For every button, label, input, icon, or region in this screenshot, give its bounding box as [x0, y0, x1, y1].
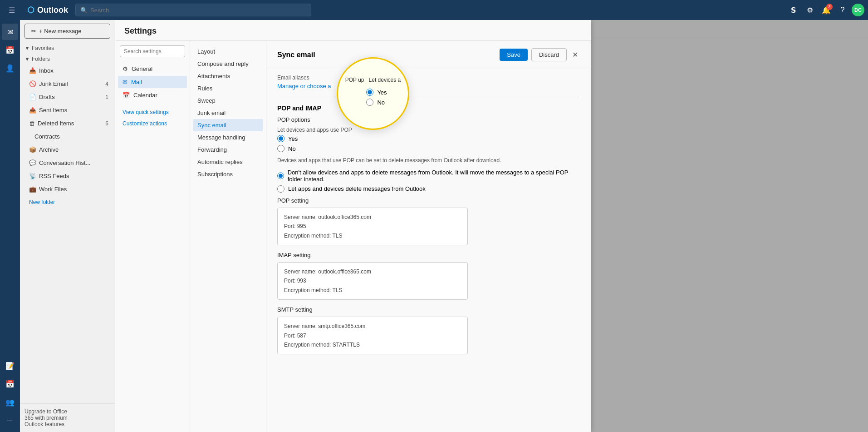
notifications-button[interactable]: 🔔 3 — [819, 3, 834, 17]
deleted-icon: 🗑 — [29, 120, 35, 127]
subnav-subscriptions[interactable]: Subscriptions — [193, 168, 263, 180]
pop-no-radio[interactable] — [277, 145, 284, 152]
popup-no-radio[interactable] — [366, 99, 373, 106]
popup-no-option[interactable]: No — [366, 99, 387, 106]
new-folder-link[interactable]: New folder — [22, 196, 113, 208]
folders-section[interactable]: ▼ Folders — [20, 53, 115, 64]
main-layout: ✉ 📅 👤 📝 📅 👥 ··· ✏ + New message ▼ Favori… — [0, 20, 868, 432]
sidebar-icon-bottom2[interactable]: 📅 — [2, 376, 18, 392]
conv-icon: 💬 — [29, 159, 36, 166]
sidebar-icon-tasks[interactable]: 📝 — [2, 358, 18, 374]
menu-icon[interactable]: ☰ — [4, 2, 20, 18]
sync-panel: POP up Let devices a Yes No — [266, 41, 591, 368]
folder-conv-hist[interactable]: 💬 Conversation Hist... — [22, 157, 113, 169]
pop-yes-radio[interactable] — [277, 135, 284, 142]
close-button[interactable]: ✕ — [570, 49, 580, 61]
folder-deleted[interactable]: 🗑 Deleted Items 6 — [22, 117, 113, 129]
sidebar-icon-mail[interactable]: ✉ — [2, 24, 18, 40]
subnav-attachments[interactable]: Attachments — [193, 70, 263, 82]
archive-icon: 📦 — [29, 146, 36, 153]
settings-subnav: Layout Compose and reply Attachments Rul… — [190, 41, 266, 432]
subnav-rules[interactable]: Rules — [193, 82, 263, 94]
avatar[interactable]: DC — [852, 4, 864, 16]
view-quick-settings-link[interactable]: View quick settings — [123, 109, 169, 115]
pop-no-option[interactable]: No — [277, 145, 580, 152]
outlook-icon: ⬡ — [27, 5, 34, 15]
sidebar-icon-more[interactable]: ··· — [2, 412, 18, 428]
settings-nav: ⚙ General ✉ Mail 📅 Calendar View quick s… — [115, 41, 190, 432]
smtp-setting-heading: SMTP setting — [277, 306, 580, 313]
popup-circle: POP up Let devices a Yes No — [337, 57, 409, 130]
save-button[interactable]: Save — [500, 49, 528, 61]
pop-delete-group: Don't allow devices and apps to delete m… — [277, 169, 580, 193]
folder-archive[interactable]: 📦 Archive — [22, 144, 113, 156]
calendar-nav-icon: 📅 — [123, 92, 130, 99]
new-message-button[interactable]: ✏ + New message — [25, 24, 110, 39]
folder-rss[interactable]: 📡 RSS Feeds — [22, 170, 113, 182]
subnav-sync[interactable]: Sync email — [193, 119, 263, 131]
pop-info: Devices and apps that use POP can be set… — [277, 157, 568, 164]
pop-yes-no-group: Yes No — [277, 135, 580, 152]
favorites-section[interactable]: ▼ Favorites — [20, 42, 115, 53]
notifications-badge: 3 — [826, 4, 833, 10]
popup-yes-radio[interactable] — [366, 89, 373, 96]
search-bar[interactable]: 🔍 — [75, 4, 311, 16]
settings-search-input[interactable] — [120, 45, 185, 57]
discard-button[interactable]: Discard — [531, 48, 567, 61]
sync-panel-title: Sync email — [277, 51, 315, 59]
folder-sent[interactable]: 📤 Sent Items — [22, 104, 113, 116]
help-button[interactable]: ? — [835, 3, 850, 17]
smtp-settings-box: Server name: smtp.office365.com Port: 58… — [277, 317, 468, 354]
pop-dont-delete-radio[interactable] — [277, 172, 284, 179]
folder-drafts[interactable]: 📄 Drafts 1 — [22, 91, 113, 103]
imap-settings-box: Server name: outlook.office365.com Port:… — [277, 262, 468, 300]
settings-header: Settings — [115, 20, 591, 41]
subnav-junk[interactable]: Junk email — [193, 107, 263, 119]
general-icon: ⚙ — [123, 65, 128, 72]
folder-sidebar: ✏ + New message ▼ Favorites ▼ Folders 📥 … — [20, 20, 115, 432]
skype-button[interactable]: 𝗦 — [786, 3, 801, 17]
pop-let-delete-radio[interactable] — [277, 185, 284, 193]
subnav-automatic-replies[interactable]: Automatic replies — [193, 156, 263, 168]
sync-body: Email aliases Manage or choose a POP and… — [266, 67, 591, 368]
sent-icon: 📤 — [29, 107, 36, 114]
subnav-forwarding[interactable]: Forwarding — [193, 144, 263, 156]
subnav-compose[interactable]: Compose and reply — [193, 58, 263, 70]
folder-inbox[interactable]: 📥 Inbox — [22, 65, 113, 77]
subnav-layout[interactable]: Layout — [193, 45, 263, 58]
subnav-message-handling[interactable]: Message handling — [193, 131, 263, 144]
settings-panel: Settings ⚙ General ✉ Mail — [115, 20, 591, 432]
sidebar-icon-bottom3[interactable]: 👥 — [2, 394, 18, 410]
nav-item-general[interactable]: ⚙ General — [118, 63, 187, 75]
popup-yes-option[interactable]: Yes — [366, 89, 387, 96]
sidebar-icon-calendar[interactable]: 📅 — [2, 42, 18, 58]
nav-item-mail[interactable]: ✉ Mail — [118, 76, 187, 88]
customize-actions-link[interactable]: Customize actions — [123, 120, 167, 127]
mail-nav-icon: ✉ — [123, 79, 128, 85]
folders-expand-icon: ▼ — [25, 56, 30, 62]
folder-contracts[interactable]: Contracts — [22, 130, 113, 143]
settings-content: POP up Let devices a Yes No — [266, 41, 591, 432]
pop-setting-heading: POP setting — [277, 197, 580, 204]
nav-item-calendar[interactable]: 📅 Calendar — [118, 89, 187, 101]
folder-junk[interactable]: 🚫 Junk Email 4 — [22, 78, 113, 90]
folder-work-files[interactable]: 💼 Work Files — [22, 183, 113, 195]
popup-radio-group: Yes No — [359, 89, 387, 106]
content-area: Focused Other Settings ⚙ General — [115, 20, 868, 432]
sync-panel-actions: Save Discard ✕ — [500, 48, 580, 61]
pop-dont-delete-option[interactable]: Don't allow devices and apps to delete m… — [277, 169, 580, 183]
search-input[interactable] — [90, 7, 306, 14]
sidebar-icon-people[interactable]: 👤 — [2, 60, 18, 76]
settings-button[interactable]: ⚙ — [803, 3, 817, 17]
pop-imap-heading: POP and IMAP — [277, 104, 580, 112]
popup-label: POP up Let devices a — [341, 77, 406, 83]
drafts-icon: 📄 — [29, 94, 36, 100]
pop-let-delete-option[interactable]: Let apps and devices delete messages fro… — [277, 185, 580, 193]
compose-icon: ✏ — [31, 28, 36, 35]
pop-settings-box: Server name: outlook.office365.com Port:… — [277, 208, 468, 245]
settings-search-box[interactable] — [118, 45, 187, 57]
rss-icon: 📡 — [29, 173, 36, 179]
manage-link[interactable]: Manage or choose a — [277, 83, 331, 89]
subnav-sweep[interactable]: Sweep — [193, 94, 263, 107]
pop-yes-option[interactable]: Yes — [277, 135, 580, 142]
